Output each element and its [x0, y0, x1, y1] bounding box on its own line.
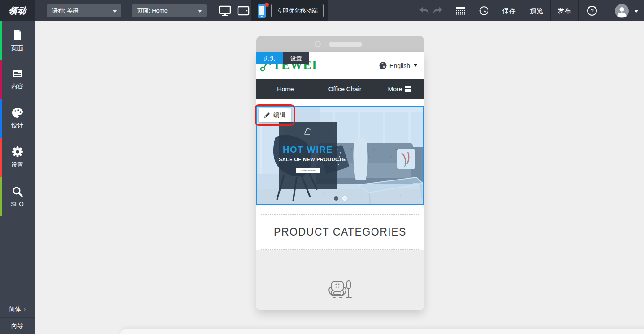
mobile-page-preview: 页头 设置 TEWEI: [256, 52, 424, 310]
edit-highlight-outline: 编辑: [255, 104, 295, 126]
armchair-lamp-icon: [327, 279, 353, 304]
wizard-label: 向导: [11, 322, 23, 330]
preview-button[interactable]: 预览: [523, 0, 550, 21]
mobile-preview-frame: 页头 设置 TEWEI: [256, 36, 424, 310]
section-title-block[interactable]: PRODUCT CATEGORIES: [256, 215, 424, 249]
optimize-mobile-button[interactable]: 立即优化移动端: [271, 4, 324, 17]
tab-settings[interactable]: 设置: [283, 52, 309, 64]
carousel-dot-active[interactable]: [334, 196, 338, 201]
sidebar-item-design[interactable]: 设计: [0, 99, 35, 138]
sidebar-item-label: SEO: [11, 201, 24, 207]
bottom-panel-edge: [120, 329, 644, 334]
section-title: PRODUCT CATEGORIES: [274, 226, 406, 238]
chevron-down-icon: [198, 10, 202, 13]
nav-item-office-chair[interactable]: Office Chair: [315, 79, 375, 99]
chevron-down-icon: [112, 10, 117, 13]
accent-stripe: [0, 138, 2, 177]
hero-title: HOT WIRE: [279, 145, 337, 155]
carousel-dot[interactable]: [342, 196, 347, 201]
editor-overlay-tabs: 页头 设置: [256, 52, 309, 64]
nav-item-label: Home: [277, 86, 294, 93]
tab-header[interactable]: 页头: [256, 52, 283, 64]
svg-text:?: ?: [590, 8, 593, 14]
save-button[interactable]: 保存: [496, 0, 523, 21]
phone-camera-icon: [315, 41, 321, 47]
hero-subtitle: SALE OF NEW PRODUCTS: [279, 157, 337, 162]
settings-gear-icon: [12, 146, 23, 158]
language-mode-button[interactable]: 简体 ›: [0, 301, 35, 317]
sidebar-item-label: 内容: [11, 82, 23, 90]
wizard-button[interactable]: 向导: [0, 317, 35, 334]
sidebar-item-content[interactable]: 内容: [0, 60, 35, 99]
accent-stripe: [0, 60, 2, 99]
accent-stripe: [0, 99, 2, 138]
product-categories-section[interactable]: [256, 250, 424, 310]
sidebar-item-seo[interactable]: SEO: [0, 177, 35, 216]
phone-speaker-icon: [329, 42, 362, 47]
empty-section-placeholder[interactable]: [261, 207, 419, 215]
hero-cta-button[interactable]: View Details: [296, 168, 320, 173]
notification-dot: [265, 3, 269, 7]
globe-icon: [379, 62, 387, 69]
accent-stripe: [0, 177, 2, 216]
app-logo[interactable]: 领动: [0, 0, 35, 21]
app-logo-text: 领动: [8, 5, 27, 17]
sidebar-item-label: 设置: [11, 161, 23, 169]
undo-icon[interactable]: [419, 5, 430, 17]
sidebar-item-label: 设计: [11, 122, 23, 130]
sidebar-item-label: 页面: [11, 44, 23, 52]
nav-item-more[interactable]: More: [375, 79, 424, 99]
nav-item-label: Office Chair: [328, 86, 362, 93]
hero-banner-selected[interactable]: HOT WIRE SALE OF NEW PRODUCTS View Detai…: [256, 106, 424, 205]
sidebar-item-pages[interactable]: 页面: [0, 21, 35, 60]
sidebar-footer: 简体 › 向导: [0, 301, 35, 334]
toolbar-divider: [578, 0, 579, 21]
content-icon: [12, 69, 23, 79]
site-language-selector[interactable]: English: [379, 62, 417, 69]
user-avatar[interactable]: [615, 4, 629, 18]
carousel-dots: [257, 196, 423, 201]
accent-stripe: [0, 21, 2, 60]
language-dropdown[interactable]: 语种: 英语: [47, 4, 121, 17]
chevron-down-icon: [414, 64, 417, 67]
edit-button[interactable]: 编辑: [259, 108, 291, 122]
language-dropdown-label: 语种: 英语: [52, 7, 78, 15]
help-icon[interactable]: ?: [586, 5, 598, 17]
editor-canvas: 页头 设置 TEWEI: [35, 21, 644, 334]
desktop-view-icon[interactable]: [218, 5, 232, 17]
account-menu-caret-icon[interactable]: [634, 10, 639, 13]
site-language-label: English: [389, 62, 410, 69]
page-dropdown[interactable]: 页面: Home: [132, 4, 207, 17]
redo-icon[interactable]: [432, 5, 443, 17]
pencil-icon: [264, 112, 270, 118]
mobile-view-segment: 立即优化移动端: [251, 0, 328, 21]
tablet-view-icon[interactable]: [237, 5, 250, 17]
publish-button[interactable]: 发布: [551, 0, 578, 21]
nav-item-label: More: [388, 86, 402, 93]
person-icon: [615, 4, 629, 18]
grid-layout-icon[interactable]: [454, 5, 466, 17]
sidebar-item-settings[interactable]: 设置: [0, 138, 35, 177]
site-nav: Home Office Chair More: [256, 79, 424, 99]
history-icon[interactable]: [478, 5, 490, 17]
hero-text-overlay: HOT WIRE SALE OF NEW PRODUCTS View Detai…: [279, 122, 337, 189]
edit-button-label: 编辑: [273, 111, 285, 119]
phone-top-bezel: [256, 36, 424, 52]
nav-item-home[interactable]: Home: [256, 79, 315, 99]
language-mode-label: 简体: [9, 305, 21, 313]
page-dropdown-label: 页面: Home: [137, 7, 168, 15]
hamburger-menu-icon: [405, 86, 411, 92]
left-sidebar: 页面 内容 设计: [0, 21, 35, 334]
page-icon: [12, 29, 23, 41]
seo-search-icon: [12, 186, 23, 197]
chevron-right-icon: ›: [24, 306, 26, 313]
design-icon: [12, 107, 23, 118]
top-toolbar: 领动 语种: 英语 页面: Home 立即优化移动端: [0, 0, 644, 21]
